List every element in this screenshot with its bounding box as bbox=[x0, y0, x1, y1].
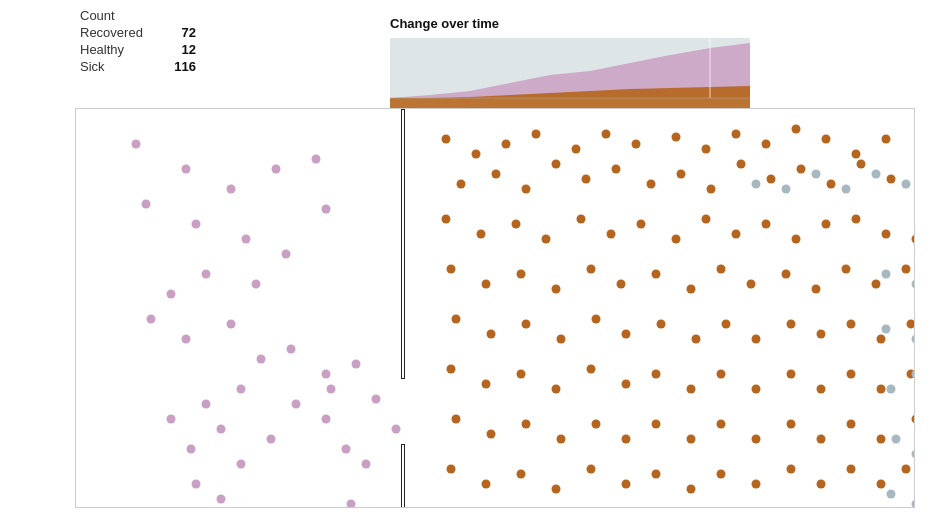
dot-healthy bbox=[912, 335, 916, 344]
dot-healthy bbox=[912, 450, 916, 459]
dot-sick bbox=[522, 320, 531, 329]
dot-sick bbox=[482, 380, 491, 389]
dot-healthy bbox=[887, 385, 896, 394]
time-chart-area: Change over time bbox=[390, 16, 750, 113]
dot-sick bbox=[877, 480, 886, 489]
count-title: Count bbox=[80, 8, 160, 23]
dot-sick bbox=[687, 485, 696, 494]
dot-sick bbox=[827, 180, 836, 189]
dot-sick bbox=[632, 140, 641, 149]
dot-sick bbox=[452, 415, 461, 424]
dot-sick bbox=[882, 230, 891, 239]
dot-recovered bbox=[142, 200, 151, 209]
dot-recovered bbox=[322, 415, 331, 424]
recovered-label: Recovered bbox=[80, 25, 160, 40]
dot-sick bbox=[822, 135, 831, 144]
dot-sick bbox=[847, 320, 856, 329]
dot-recovered bbox=[167, 290, 176, 299]
dot-recovered bbox=[292, 400, 301, 409]
dot-sick bbox=[647, 180, 656, 189]
dot-recovered bbox=[217, 495, 226, 504]
recovered-count: 72 bbox=[166, 25, 196, 40]
dot-sick bbox=[852, 215, 861, 224]
dot-sick bbox=[612, 165, 621, 174]
dot-recovered bbox=[287, 345, 296, 354]
dot-sick bbox=[882, 135, 891, 144]
dot-sick bbox=[672, 133, 681, 142]
dot-healthy bbox=[892, 435, 901, 444]
dot-sick bbox=[517, 270, 526, 279]
dot-sick bbox=[522, 420, 531, 429]
time-chart-svg bbox=[390, 33, 750, 113]
dot-sick bbox=[592, 315, 601, 324]
dot-sick bbox=[687, 285, 696, 294]
dot-healthy bbox=[872, 170, 881, 179]
dot-sick bbox=[747, 280, 756, 289]
dot-sick bbox=[817, 435, 826, 444]
dot-healthy bbox=[782, 185, 791, 194]
dot-sick bbox=[442, 215, 451, 224]
dot-recovered bbox=[242, 235, 251, 244]
dot-healthy bbox=[842, 185, 851, 194]
dot-sick bbox=[822, 220, 831, 229]
dot-healthy bbox=[912, 370, 916, 379]
dot-healthy bbox=[752, 180, 761, 189]
dot-recovered bbox=[227, 185, 236, 194]
dot-sick bbox=[752, 480, 761, 489]
dot-recovered bbox=[147, 315, 156, 324]
dot-sick bbox=[787, 320, 796, 329]
dot-sick bbox=[637, 220, 646, 229]
dot-sick bbox=[557, 435, 566, 444]
dot-sick bbox=[517, 470, 526, 479]
dot-sick bbox=[592, 420, 601, 429]
dot-sick bbox=[587, 465, 596, 474]
dot-recovered bbox=[312, 155, 321, 164]
dot-sick bbox=[492, 170, 501, 179]
dot-sick bbox=[767, 175, 776, 184]
dot-sick bbox=[787, 420, 796, 429]
dot-sick bbox=[622, 330, 631, 339]
dot-sick bbox=[517, 370, 526, 379]
dot-sick bbox=[717, 470, 726, 479]
dot-sick bbox=[652, 270, 661, 279]
dot-recovered bbox=[252, 280, 261, 289]
dot-sick bbox=[737, 160, 746, 169]
dot-sick bbox=[587, 265, 596, 274]
dot-sick bbox=[602, 130, 611, 139]
dot-recovered bbox=[352, 360, 361, 369]
dot-sick bbox=[912, 235, 916, 244]
vertical-bar bbox=[401, 109, 405, 379]
dot-sick bbox=[732, 130, 741, 139]
time-chart bbox=[390, 33, 750, 113]
dot-sick bbox=[812, 285, 821, 294]
dot-sick bbox=[457, 180, 466, 189]
healthy-count: 12 bbox=[166, 42, 196, 57]
dot-healthy bbox=[912, 280, 916, 289]
dot-sick bbox=[687, 385, 696, 394]
dot-recovered bbox=[267, 435, 276, 444]
healthy-label: Healthy bbox=[80, 42, 160, 57]
dot-sick bbox=[872, 280, 881, 289]
dot-sick bbox=[487, 330, 496, 339]
legend: Count Recovered 72 Healthy 12 Sick 116 bbox=[80, 8, 196, 74]
dot-recovered bbox=[202, 400, 211, 409]
vertical-bar bbox=[401, 444, 405, 508]
dot-sick bbox=[447, 265, 456, 274]
dot-sick bbox=[877, 335, 886, 344]
dot-sick bbox=[552, 160, 561, 169]
dot-sick bbox=[502, 140, 511, 149]
dot-recovered bbox=[202, 270, 211, 279]
dot-sick bbox=[752, 385, 761, 394]
dot-sick bbox=[577, 215, 586, 224]
legend-row-recovered: Recovered 72 bbox=[80, 25, 196, 40]
dot-sick bbox=[622, 380, 631, 389]
dot-sick bbox=[482, 480, 491, 489]
dot-sick bbox=[622, 435, 631, 444]
legend-row-sick: Sick 116 bbox=[80, 59, 196, 74]
dot-sick bbox=[847, 465, 856, 474]
dot-sick bbox=[912, 415, 916, 424]
dot-recovered bbox=[132, 140, 141, 149]
dot-sick bbox=[447, 465, 456, 474]
dot-sick bbox=[717, 420, 726, 429]
dot-recovered bbox=[237, 385, 246, 394]
